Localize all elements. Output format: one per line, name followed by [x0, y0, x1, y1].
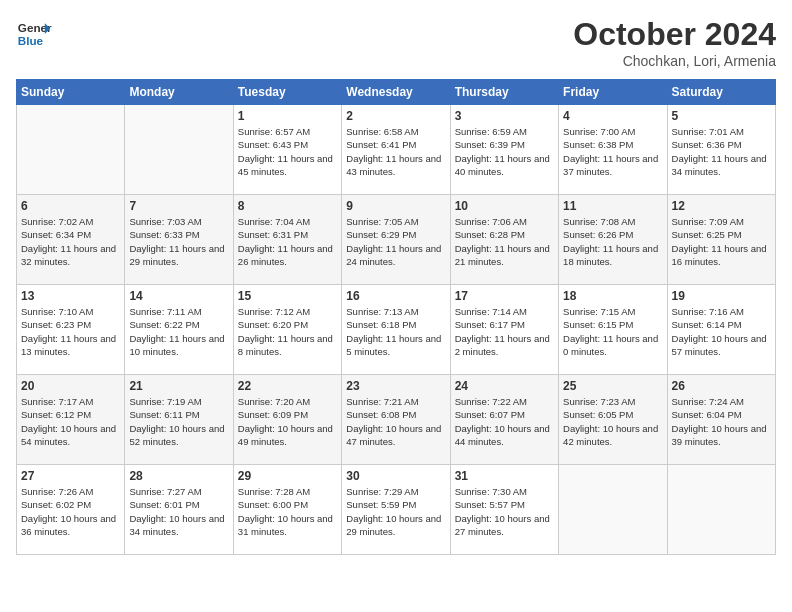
day-info: Sunrise: 7:22 AMSunset: 6:07 PMDaylight:…: [455, 395, 554, 448]
day-info: Sunrise: 6:58 AMSunset: 6:41 PMDaylight:…: [346, 125, 445, 178]
calendar-cell: 19 Sunrise: 7:16 AMSunset: 6:14 PMDaylig…: [667, 285, 775, 375]
day-number: 23: [346, 379, 445, 393]
day-info: Sunrise: 7:27 AMSunset: 6:01 PMDaylight:…: [129, 485, 228, 538]
calendar-cell: 23 Sunrise: 7:21 AMSunset: 6:08 PMDaylig…: [342, 375, 450, 465]
day-number: 25: [563, 379, 662, 393]
header-thursday: Thursday: [450, 80, 558, 105]
day-info: Sunrise: 7:06 AMSunset: 6:28 PMDaylight:…: [455, 215, 554, 268]
day-number: 2: [346, 109, 445, 123]
day-number: 10: [455, 199, 554, 213]
calendar-cell: 7 Sunrise: 7:03 AMSunset: 6:33 PMDayligh…: [125, 195, 233, 285]
day-info: Sunrise: 7:21 AMSunset: 6:08 PMDaylight:…: [346, 395, 445, 448]
svg-text:Blue: Blue: [18, 34, 44, 47]
day-number: 11: [563, 199, 662, 213]
calendar-cell: 29 Sunrise: 7:28 AMSunset: 6:00 PMDaylig…: [233, 465, 341, 555]
day-number: 1: [238, 109, 337, 123]
calendar-cell: 11 Sunrise: 7:08 AMSunset: 6:26 PMDaylig…: [559, 195, 667, 285]
day-info: Sunrise: 7:10 AMSunset: 6:23 PMDaylight:…: [21, 305, 120, 358]
day-number: 12: [672, 199, 771, 213]
day-number: 29: [238, 469, 337, 483]
calendar-cell: 20 Sunrise: 7:17 AMSunset: 6:12 PMDaylig…: [17, 375, 125, 465]
logo: General Blue: [16, 16, 52, 52]
header-saturday: Saturday: [667, 80, 775, 105]
day-info: Sunrise: 7:13 AMSunset: 6:18 PMDaylight:…: [346, 305, 445, 358]
calendar-header-row: Sunday Monday Tuesday Wednesday Thursday…: [17, 80, 776, 105]
month-year-title: October 2024: [573, 16, 776, 53]
day-info: Sunrise: 7:11 AMSunset: 6:22 PMDaylight:…: [129, 305, 228, 358]
calendar-cell: [667, 465, 775, 555]
header-friday: Friday: [559, 80, 667, 105]
header-tuesday: Tuesday: [233, 80, 341, 105]
day-info: Sunrise: 6:57 AMSunset: 6:43 PMDaylight:…: [238, 125, 337, 178]
day-number: 31: [455, 469, 554, 483]
day-info: Sunrise: 7:14 AMSunset: 6:17 PMDaylight:…: [455, 305, 554, 358]
day-number: 21: [129, 379, 228, 393]
calendar-cell: 2 Sunrise: 6:58 AMSunset: 6:41 PMDayligh…: [342, 105, 450, 195]
day-info: Sunrise: 7:05 AMSunset: 6:29 PMDaylight:…: [346, 215, 445, 268]
day-info: Sunrise: 7:24 AMSunset: 6:04 PMDaylight:…: [672, 395, 771, 448]
calendar-cell: 21 Sunrise: 7:19 AMSunset: 6:11 PMDaylig…: [125, 375, 233, 465]
day-number: 30: [346, 469, 445, 483]
calendar-cell: [559, 465, 667, 555]
calendar-cell: 30 Sunrise: 7:29 AMSunset: 5:59 PMDaylig…: [342, 465, 450, 555]
calendar-cell: 24 Sunrise: 7:22 AMSunset: 6:07 PMDaylig…: [450, 375, 558, 465]
day-info: Sunrise: 7:29 AMSunset: 5:59 PMDaylight:…: [346, 485, 445, 538]
day-info: Sunrise: 7:30 AMSunset: 5:57 PMDaylight:…: [455, 485, 554, 538]
day-number: 7: [129, 199, 228, 213]
day-number: 19: [672, 289, 771, 303]
day-number: 22: [238, 379, 337, 393]
calendar-week-row: 13 Sunrise: 7:10 AMSunset: 6:23 PMDaylig…: [17, 285, 776, 375]
day-info: Sunrise: 7:23 AMSunset: 6:05 PMDaylight:…: [563, 395, 662, 448]
calendar-cell: 15 Sunrise: 7:12 AMSunset: 6:20 PMDaylig…: [233, 285, 341, 375]
calendar-cell: [17, 105, 125, 195]
calendar-cell: 10 Sunrise: 7:06 AMSunset: 6:28 PMDaylig…: [450, 195, 558, 285]
day-number: 3: [455, 109, 554, 123]
day-info: Sunrise: 7:28 AMSunset: 6:00 PMDaylight:…: [238, 485, 337, 538]
day-number: 18: [563, 289, 662, 303]
day-number: 4: [563, 109, 662, 123]
day-info: Sunrise: 7:01 AMSunset: 6:36 PMDaylight:…: [672, 125, 771, 178]
calendar-cell: 6 Sunrise: 7:02 AMSunset: 6:34 PMDayligh…: [17, 195, 125, 285]
calendar-week-row: 6 Sunrise: 7:02 AMSunset: 6:34 PMDayligh…: [17, 195, 776, 285]
calendar-week-row: 27 Sunrise: 7:26 AMSunset: 6:02 PMDaylig…: [17, 465, 776, 555]
day-info: Sunrise: 7:15 AMSunset: 6:15 PMDaylight:…: [563, 305, 662, 358]
day-info: Sunrise: 7:19 AMSunset: 6:11 PMDaylight:…: [129, 395, 228, 448]
day-info: Sunrise: 7:08 AMSunset: 6:26 PMDaylight:…: [563, 215, 662, 268]
calendar-cell: 17 Sunrise: 7:14 AMSunset: 6:17 PMDaylig…: [450, 285, 558, 375]
day-info: Sunrise: 7:03 AMSunset: 6:33 PMDaylight:…: [129, 215, 228, 268]
day-number: 13: [21, 289, 120, 303]
logo-icon: General Blue: [16, 16, 52, 52]
day-number: 20: [21, 379, 120, 393]
day-number: 6: [21, 199, 120, 213]
calendar-cell: 9 Sunrise: 7:05 AMSunset: 6:29 PMDayligh…: [342, 195, 450, 285]
calendar-cell: 25 Sunrise: 7:23 AMSunset: 6:05 PMDaylig…: [559, 375, 667, 465]
location-subtitle: Chochkan, Lori, Armenia: [573, 53, 776, 69]
calendar-week-row: 1 Sunrise: 6:57 AMSunset: 6:43 PMDayligh…: [17, 105, 776, 195]
day-number: 14: [129, 289, 228, 303]
calendar-cell: 4 Sunrise: 7:00 AMSunset: 6:38 PMDayligh…: [559, 105, 667, 195]
day-number: 15: [238, 289, 337, 303]
calendar-week-row: 20 Sunrise: 7:17 AMSunset: 6:12 PMDaylig…: [17, 375, 776, 465]
title-block: October 2024 Chochkan, Lori, Armenia: [573, 16, 776, 69]
day-info: Sunrise: 7:00 AMSunset: 6:38 PMDaylight:…: [563, 125, 662, 178]
calendar-cell: 16 Sunrise: 7:13 AMSunset: 6:18 PMDaylig…: [342, 285, 450, 375]
day-number: 5: [672, 109, 771, 123]
day-info: Sunrise: 7:16 AMSunset: 6:14 PMDaylight:…: [672, 305, 771, 358]
calendar-cell: 27 Sunrise: 7:26 AMSunset: 6:02 PMDaylig…: [17, 465, 125, 555]
day-number: 27: [21, 469, 120, 483]
calendar-cell: 1 Sunrise: 6:57 AMSunset: 6:43 PMDayligh…: [233, 105, 341, 195]
day-info: Sunrise: 7:20 AMSunset: 6:09 PMDaylight:…: [238, 395, 337, 448]
header-wednesday: Wednesday: [342, 80, 450, 105]
day-number: 17: [455, 289, 554, 303]
header-monday: Monday: [125, 80, 233, 105]
day-number: 9: [346, 199, 445, 213]
day-info: Sunrise: 7:02 AMSunset: 6:34 PMDaylight:…: [21, 215, 120, 268]
calendar-cell: 13 Sunrise: 7:10 AMSunset: 6:23 PMDaylig…: [17, 285, 125, 375]
calendar-cell: 28 Sunrise: 7:27 AMSunset: 6:01 PMDaylig…: [125, 465, 233, 555]
calendar-cell: [125, 105, 233, 195]
day-number: 16: [346, 289, 445, 303]
day-info: Sunrise: 7:12 AMSunset: 6:20 PMDaylight:…: [238, 305, 337, 358]
day-number: 24: [455, 379, 554, 393]
calendar-cell: 22 Sunrise: 7:20 AMSunset: 6:09 PMDaylig…: [233, 375, 341, 465]
calendar-cell: 14 Sunrise: 7:11 AMSunset: 6:22 PMDaylig…: [125, 285, 233, 375]
